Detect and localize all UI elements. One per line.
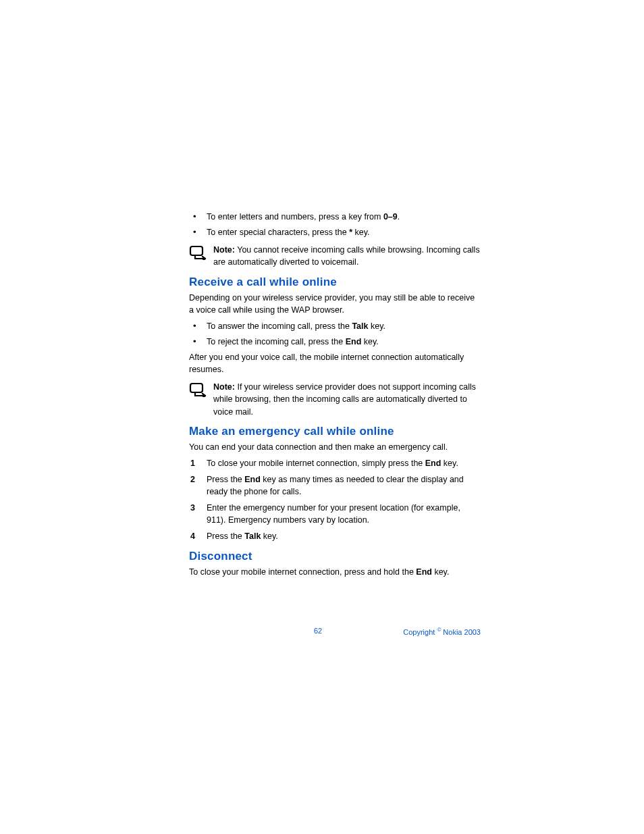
text: .: [398, 212, 400, 221]
text: Press the: [207, 531, 244, 541]
list-item: To reject the incoming call, press the E…: [189, 336, 481, 348]
text-bold: End: [346, 337, 362, 346]
paragraph: Depending on your wireless service provi…: [189, 292, 481, 316]
list-item: To close your mobile internet connection…: [189, 457, 481, 469]
text: Copyright: [403, 628, 437, 636]
text-bold: End: [416, 567, 432, 577]
intro-bullet-list: To enter letters and numbers, press a ke…: [189, 211, 481, 238]
svg-rect-1: [190, 384, 203, 392]
text: key.: [432, 567, 449, 577]
note-icon: [189, 382, 208, 400]
receive-bullet-list: To answer the incoming call, press the T…: [189, 320, 481, 348]
emergency-steps: To close your mobile internet connection…: [189, 457, 481, 543]
paragraph: After you end your voice call, the mobil…: [189, 351, 481, 375]
note-label: Note:: [213, 382, 235, 392]
copyright: Copyright © Nokia 2003: [403, 627, 481, 636]
page-number: 62: [314, 627, 322, 635]
list-item: Press the End key as many times as neede…: [189, 473, 481, 498]
text: To close your mobile internet connection…: [207, 459, 425, 468]
heading-receive: Receive a call while online: [189, 276, 481, 289]
text: key.: [368, 321, 385, 331]
list-item: Press the Talk key.: [189, 530, 481, 542]
list-item: To enter letters and numbers, press a ke…: [189, 211, 481, 223]
text: You cannot receive incoming calls while …: [213, 245, 480, 267]
note-text: Note: You cannot receive incoming calls …: [213, 244, 481, 268]
text: key.: [361, 337, 378, 346]
text: To enter letters and numbers, press a ke…: [207, 212, 383, 221]
page-content: To enter letters and numbers, press a ke…: [189, 211, 481, 582]
note-icon: [189, 245, 208, 263]
text-bold: Talk: [352, 321, 368, 331]
text: If your wireless service provider does n…: [213, 382, 476, 416]
heading-disconnect: Disconnect: [189, 550, 481, 563]
note-text: Note: If your wireless service provider …: [213, 381, 481, 417]
text: To enter special characters, press the: [207, 228, 349, 237]
list-item: To enter special characters, press the *…: [189, 226, 481, 238]
text: To close your mobile internet connection…: [189, 567, 416, 577]
text: Press the: [207, 475, 244, 484]
text: key.: [352, 228, 369, 237]
list-item: To answer the incoming call, press the T…: [189, 320, 481, 332]
list-item: Enter the emergency number for your pres…: [189, 502, 481, 526]
text: To answer the incoming call, press the: [207, 321, 352, 331]
text: key.: [261, 531, 277, 541]
note-block: Note: If your wireless service provider …: [189, 381, 481, 417]
svg-rect-0: [190, 246, 203, 255]
text-bold: 0–9: [383, 212, 398, 221]
paragraph: To close your mobile internet connection…: [189, 566, 481, 578]
text: Nokia 2003: [441, 628, 481, 636]
text-bold: End: [244, 475, 261, 484]
note-label: Note:: [213, 245, 235, 255]
paragraph: You can end your data connection and the…: [189, 441, 481, 453]
text: key.: [441, 459, 458, 468]
heading-emergency: Make an emergency call while online: [189, 425, 481, 438]
text: Enter the emergency number for your pres…: [207, 503, 460, 525]
text-bold: Talk: [244, 531, 261, 541]
text: To reject the incoming call, press the: [207, 337, 346, 346]
text-bold: End: [425, 459, 441, 468]
note-block: Note: You cannot receive incoming calls …: [189, 244, 481, 268]
